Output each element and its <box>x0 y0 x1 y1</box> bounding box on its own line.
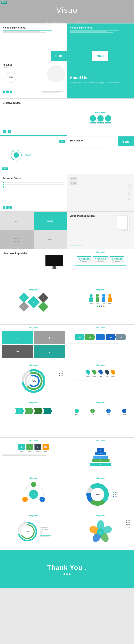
timeline: 1 Label 2 Label 3 Label 4 Label <box>69 409 132 415</box>
social-icon-1 <box>3 90 5 93</box>
body <box>89 298 93 302</box>
small-icon-1 <box>3 130 6 134</box>
slide-title: Visuo Simple Slides. <box>3 26 64 30</box>
pin-1: Label <box>86 369 90 378</box>
step-row-1: 01 02 03 04 05 <box>69 334 132 340</box>
diamond-col-2: 03 04 <box>40 294 47 310</box>
people-row: Label Label Label Label <box>69 294 132 304</box>
infographic-title: Infographic <box>2 289 65 291</box>
monitor-base <box>51 268 58 269</box>
ring-value-1: 50% <box>40 531 51 532</box>
slide-circular: Infographic 75% ● Label ● Label ● Label <box>0 362 67 400</box>
teal-chip-left: Slide <box>2 168 8 170</box>
legend-teal: Label <box>113 492 118 493</box>
monitor-image <box>44 255 65 271</box>
person-label: Label <box>96 303 99 304</box>
thankyou-dots <box>64 573 70 575</box>
swot-grid: S T W O <box>2 331 65 358</box>
timeline-lines <box>69 419 132 420</box>
person-label: Label <box>108 303 111 304</box>
pin-label: Label <box>93 376 96 378</box>
thankyou-dot-1 <box>64 573 65 575</box>
diamond-4: 04 <box>38 302 48 312</box>
infographic-title: Infographic <box>69 477 132 479</box>
social-1 <box>3 206 5 209</box>
ring-svg: 70% <box>17 521 38 542</box>
swot-w: W <box>2 345 33 358</box>
step-4: 04 <box>106 334 116 340</box>
thankyou-dot-2 <box>66 573 68 575</box>
team-member-2 <box>97 115 104 124</box>
namecard-cell-3: PAGE TITLE PAGE TITLE <box>0 230 34 249</box>
desc-lines <box>42 91 63 95</box>
slides-grid: Visuo Simple Slides. suo Visuo Simple Sl… <box>0 23 134 550</box>
timeline-label: Label <box>123 414 126 415</box>
head <box>102 294 105 297</box>
icon-label-4: Label <box>44 450 47 452</box>
icon-lines <box>2 454 65 456</box>
slide-lines <box>70 30 131 33</box>
slide-infographic-stats: Infographic 1,560,00 Label Here 1,560,00… <box>67 249 134 287</box>
ring-label-1: ● Teal Label ... <box>40 526 51 528</box>
svg-text:Core: Core <box>32 494 35 495</box>
slide-namecards-left: name name PAGE TITLE PAGE TITLE name <box>0 212 67 249</box>
diamond-1: 01 <box>19 292 29 303</box>
teal-bar <box>0 135 67 136</box>
svg-text:A: A <box>33 483 34 484</box>
thankyou-dot-3 <box>69 573 70 575</box>
doc-front <box>117 215 128 230</box>
teal-top-block: suo <box>118 136 134 146</box>
person-4: Label <box>108 294 112 304</box>
slide-about-left: About Us2018 2018 <box>0 61 67 98</box>
icon-item-3: ⚙ Label <box>34 444 41 452</box>
icon-label-1: Label <box>20 450 23 452</box>
pin-4: Label <box>105 369 109 378</box>
social-icon-2 <box>6 90 9 93</box>
arrow-1: 1 <box>15 408 24 414</box>
stat-3: 1,560,00 Label Here <box>110 256 124 263</box>
cycle-diagram: Core A B C <box>2 480 65 508</box>
pin-label: Label <box>111 376 115 378</box>
pin-2: Label <box>93 369 96 378</box>
body <box>102 298 105 302</box>
teal-underline <box>70 245 82 246</box>
flower-label-3: ● Label <box>126 524 130 525</box>
arrows-h: 1 2 3 4 <box>2 408 65 414</box>
timeline-label: Label <box>75 414 78 415</box>
main-header: Visuo Multipurpose Presentation <box>0 0 134 23</box>
team-circle <box>11 150 22 160</box>
body <box>108 298 112 302</box>
social-icons <box>3 90 12 93</box>
about-desc: Lorem ipsum dolor sit amet, consectetur … <box>70 82 131 84</box>
slide-title: Visuo Simple Slides. <box>70 26 131 30</box>
member-bar2 <box>90 123 96 124</box>
icon-box-2: ☰ <box>26 444 33 450</box>
item-line <box>5 184 64 185</box>
monitor-stand <box>53 266 56 268</box>
icon-item-1: ▲ Label <box>18 444 25 452</box>
dot-2 <box>99 306 100 307</box>
stat-num: 1,560,00 <box>78 258 89 261</box>
slide-personal: Personal Slides <box>0 174 67 212</box>
stat-num: 1,560,00 <box>95 258 106 261</box>
profile-lines <box>70 148 131 151</box>
svg-text:B: B <box>42 499 43 500</box>
pin-icon-dark <box>104 369 110 375</box>
namecard-cell-4: name <box>34 230 67 249</box>
pin-icon-blue <box>98 369 104 375</box>
pin-icon-green <box>91 369 97 375</box>
timeline-dot: 3 <box>106 409 111 413</box>
arrow-4: 4 <box>43 408 52 414</box>
svg-text:C: C <box>24 499 25 500</box>
stat-2: 1,560,00 Label Here <box>93 256 108 263</box>
timeline-dot: 2 <box>90 409 95 413</box>
bullet <box>3 184 4 186</box>
diamond-lines <box>2 312 65 313</box>
layer-1: 5 <box>97 448 104 452</box>
flower-legend: ● Label ● Label ● Label ● Label ● Label <box>126 520 130 528</box>
ring-value-2: 30% <box>40 533 51 534</box>
person-2: Label <box>96 294 99 304</box>
pyramid-wrapper: 5 4 3 2 1 <box>69 443 132 472</box>
timeline-label: Label <box>91 414 94 415</box>
social-2 <box>6 206 8 209</box>
